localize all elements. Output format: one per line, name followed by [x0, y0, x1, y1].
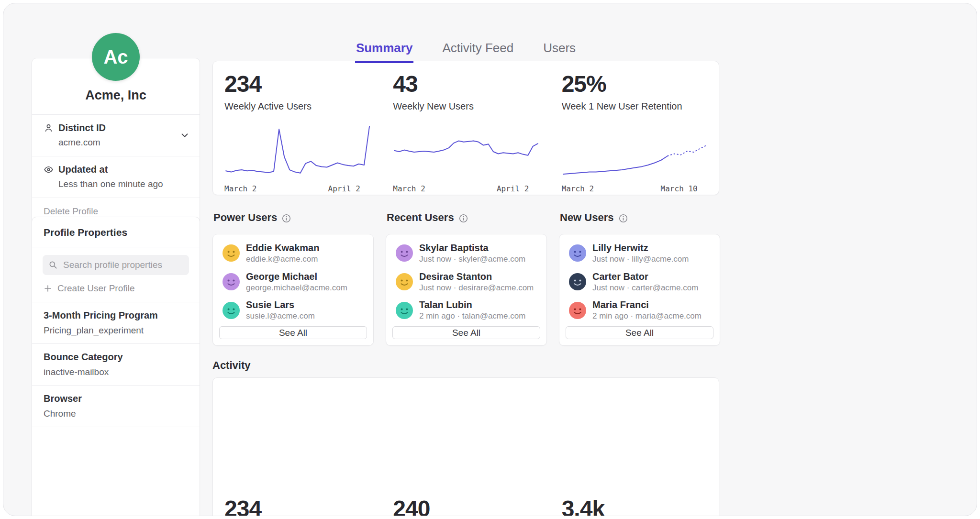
- see-all-button[interactable]: See All: [219, 326, 367, 339]
- user-meta: 2 min ago · maria@acme.com: [592, 312, 702, 321]
- profile-properties-card: Profile Properties Create User Profile 3…: [32, 217, 200, 516]
- profile-page: Ac Acme, Inc Distinct ID acme.com: [3, 3, 977, 516]
- user-meta: Just now · carter@acme.com: [592, 284, 698, 293]
- user-row[interactable]: Susie Lars susie.l@acme.com: [219, 298, 367, 323]
- property-row-pricing-program[interactable]: 3-Month Pricing Program Pricing_plan_exp…: [32, 302, 200, 343]
- stat-weekly-active-users: 234 Weekly Active Users March 2 April 2: [213, 61, 381, 195]
- user-name: Susie Lars: [246, 299, 315, 310]
- tab-summary[interactable]: Summary: [355, 41, 414, 63]
- profile-properties-title: Profile Properties: [32, 217, 200, 247]
- chevron-down-icon[interactable]: [179, 130, 190, 141]
- see-all-button[interactable]: See All: [392, 326, 540, 339]
- property-row-bounce-category[interactable]: Bounce Category inactive-mailbox: [32, 344, 200, 385]
- stat-value: 25%: [562, 73, 719, 96]
- property-value: inactive-mailbox: [44, 367, 188, 377]
- weekly-active-users-chart: [224, 123, 371, 180]
- x-axis-ticks: March 2 April 2: [393, 184, 536, 193]
- user-avatar: [396, 273, 413, 290]
- search-icon: [48, 260, 58, 270]
- user-meta: Just now · desirare@acme.com: [419, 284, 534, 293]
- distinct-id-value: acme.com: [58, 137, 188, 148]
- user-avatar: [223, 273, 240, 290]
- property-row-browser[interactable]: Browser Chrome: [32, 386, 200, 427]
- divider: [32, 427, 200, 427]
- user-avatar: [396, 302, 413, 319]
- see-all-button[interactable]: See All: [566, 326, 713, 339]
- stat-weekly-new-users: 43 Weekly New Users March 2 April 2: [381, 61, 550, 195]
- power-users-card: Eddie Kwakman eddie.k@acme.com George Mi…: [212, 234, 374, 346]
- stat-value: 43: [393, 73, 550, 96]
- user-meta: 2 min ago · talan@acme.com: [419, 312, 525, 321]
- profile-summary-card: Acme, Inc Distinct ID acme.com: [32, 58, 200, 225]
- user-name: Skylar Baptista: [419, 243, 525, 253]
- stat-label: Weekly Active Users: [224, 101, 381, 112]
- user-name: Lilly Herwitz: [592, 243, 689, 253]
- weekly-new-users-chart: [393, 123, 539, 180]
- new-users-header: New Users: [560, 211, 720, 224]
- user-meta: susie.l@acme.com: [246, 312, 315, 321]
- user-meta: Just now · lilly@acme.com: [592, 255, 689, 264]
- recent-users-title: Recent Users: [387, 211, 454, 224]
- create-user-profile-button[interactable]: Create User Profile: [44, 283, 188, 294]
- search-profile-properties-input[interactable]: [62, 259, 183, 271]
- user-avatar: [569, 302, 586, 319]
- user-row[interactable]: George Michael george.michael@acme.com: [219, 269, 367, 295]
- info-icon[interactable]: [619, 213, 628, 222]
- updated-at-field: Updated at Less than one minute ago: [32, 156, 200, 198]
- recent-users-column: Recent Users Skylar Baptista J: [386, 211, 547, 346]
- x-axis-ticks: March 2 April 2: [224, 184, 368, 193]
- person-icon: [44, 123, 54, 133]
- power-users-column: Power Users Eddie Kwakman eddi: [212, 211, 374, 346]
- user-row[interactable]: Lilly Herwitz Just now · lilly@acme.com: [566, 241, 713, 266]
- property-value: Pricing_plan_experiment: [44, 325, 188, 336]
- user-row[interactable]: Talan Lubin 2 min ago · talan@acme.com: [392, 298, 540, 323]
- user-name: Talan Lubin: [419, 299, 525, 310]
- power-users-title: Power Users: [213, 211, 277, 224]
- property-name: Browser: [44, 393, 188, 404]
- tab-users[interactable]: Users: [542, 41, 577, 63]
- user-avatar: [569, 244, 586, 262]
- user-meta: george.michael@acme.com: [246, 284, 347, 293]
- tab-activity-feed[interactable]: Activity Feed: [441, 41, 514, 63]
- property-name: Bounce Category: [44, 352, 188, 363]
- org-avatar: Ac: [92, 33, 140, 81]
- stat-value: 234: [224, 73, 381, 96]
- user-row[interactable]: Skylar Baptista Just now · skyler@acme.c…: [392, 241, 540, 266]
- user-avatar: [223, 302, 240, 319]
- distinct-id-label: Distinct ID: [58, 122, 106, 133]
- user-meta: eddie.k@acme.com: [246, 255, 319, 264]
- property-search-box[interactable]: [43, 255, 189, 275]
- user-row[interactable]: Desirae Stanton Just now · desirare@acme…: [392, 269, 540, 295]
- x-axis-ticks: March 2 March 10: [562, 184, 705, 193]
- power-users-header: Power Users: [213, 211, 374, 224]
- activity-section-title: Activity: [212, 359, 250, 372]
- user-row[interactable]: Carter Bator Just now · carter@acme.com: [566, 269, 713, 295]
- activity-stat-value: 240: [381, 378, 550, 516]
- stat-label: Weekly New Users: [393, 101, 550, 112]
- user-row[interactable]: Eddie Kwakman eddie.k@acme.com: [219, 241, 367, 266]
- recent-users-header: Recent Users: [387, 211, 547, 224]
- updated-at-label: Updated at: [58, 164, 108, 175]
- user-name: George Michael: [246, 271, 347, 282]
- property-name: 3-Month Pricing Program: [44, 310, 188, 321]
- user-name: Maria Franci: [592, 299, 702, 310]
- app-window: Ac Acme, Inc Distinct ID acme.com: [0, 0, 980, 519]
- new-users-title: New Users: [560, 211, 614, 224]
- user-lists: Power Users Eddie Kwakman eddi: [212, 211, 720, 346]
- activity-card: 234 240 3.4k: [212, 377, 719, 516]
- week1-retention-chart: [562, 123, 708, 180]
- activity-stat-value: 234: [213, 378, 381, 516]
- user-meta: Just now · skyler@acme.com: [419, 255, 525, 264]
- tick-label: March 2: [562, 184, 594, 193]
- summary-stats-card: 234 Weekly Active Users March 2 April 2 …: [212, 61, 719, 195]
- user-row[interactable]: Maria Franci 2 min ago · maria@acme.com: [566, 298, 713, 323]
- info-icon[interactable]: [282, 213, 291, 222]
- user-avatar: [223, 244, 240, 262]
- user-avatar: [396, 244, 413, 262]
- tick-label: March 2: [393, 184, 425, 193]
- updated-at-value: Less than one minute ago: [58, 179, 188, 189]
- stat-week1-retention: 25% Week 1 New User Retention March 2 Ma…: [550, 61, 719, 195]
- tick-label: April 2: [497, 184, 529, 193]
- main-content: Summary Activity Feed Users 234 Weekly A…: [212, 3, 719, 516]
- info-icon[interactable]: [459, 213, 468, 222]
